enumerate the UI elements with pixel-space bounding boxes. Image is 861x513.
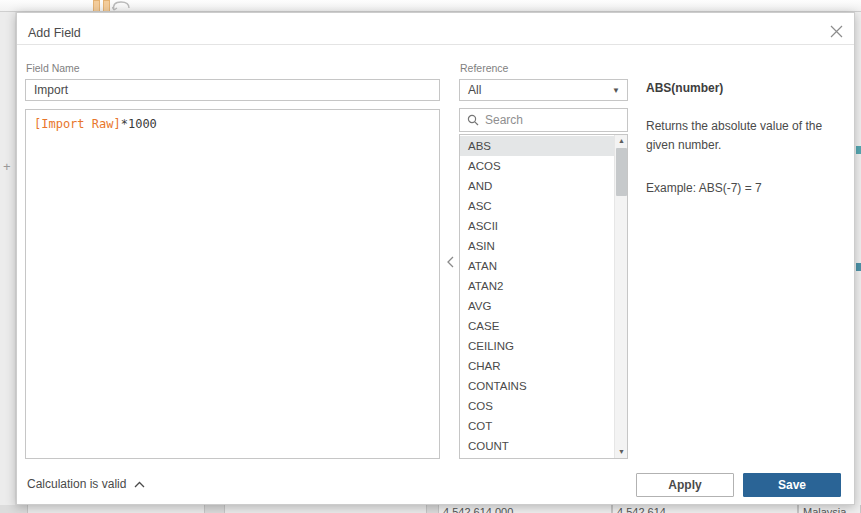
function-example: Example: ABS(-7) = 7: [646, 181, 848, 195]
background-right-strip: [855, 12, 861, 505]
function-search[interactable]: [459, 108, 628, 132]
chevron-up-icon: [134, 481, 145, 488]
chevron-down-icon: ▼: [612, 80, 620, 101]
scrollbar-thumb[interactable]: [616, 148, 627, 196]
field-type-icon: [856, 146, 861, 154]
function-items: ABSACOSANDASCASCIIASINATANATAN2AVGCASECE…: [460, 136, 614, 456]
plus-icon: +: [3, 159, 11, 174]
bar-icon: [93, 0, 100, 11]
grid-cell: Malaysia: [798, 505, 861, 513]
function-description: Returns the absolute value of the given …: [646, 117, 848, 155]
function-doc-pane: ABS(number) Returns the absolute value o…: [646, 81, 848, 195]
function-signature: ABS(number): [646, 81, 848, 95]
apply-button[interactable]: Apply: [636, 473, 734, 497]
bar-icon: [103, 0, 110, 11]
function-item-count[interactable]: COUNT: [460, 436, 614, 456]
title-divider: [17, 44, 854, 45]
background-data-grid: 4,542,614,000 4,542,614 Malaysia: [0, 505, 861, 513]
field-type-icon: [856, 263, 861, 271]
grid-cell: 4,542,614,000: [438, 505, 612, 513]
function-item-ascii[interactable]: ASCII: [460, 216, 614, 236]
formula-editor[interactable]: [Import Raw]*1000: [25, 109, 440, 459]
reference-dropdown[interactable]: All ▼: [459, 79, 628, 101]
calculation-status-text: Calculation is valid: [27, 477, 126, 491]
background-top-strip: [0, 0, 861, 12]
grid-cell: [27, 505, 205, 513]
function-item-and[interactable]: AND: [460, 176, 614, 196]
add-field-dialog: Add Field Field Name [Import Raw]*1000 R…: [16, 12, 855, 505]
undo-curve-icon: [112, 0, 134, 11]
function-item-case[interactable]: CASE: [460, 316, 614, 336]
reference-dropdown-value: All: [468, 83, 481, 97]
grid-cell: [224, 505, 427, 513]
function-list: ABSACOSANDASCASCIIASINATANATAN2AVGCASECE…: [459, 134, 628, 459]
function-list-scrollbar[interactable]: ▲ ▼: [614, 135, 627, 458]
scroll-up-icon[interactable]: ▲: [615, 135, 628, 147]
function-item-avg[interactable]: AVG: [460, 296, 614, 316]
function-item-asin[interactable]: ASIN: [460, 236, 614, 256]
formula-expression: *1000: [121, 117, 157, 131]
function-item-asc[interactable]: ASC: [460, 196, 614, 216]
function-item-abs[interactable]: ABS: [460, 136, 614, 156]
function-item-cos[interactable]: COS: [460, 396, 614, 416]
function-item-contains[interactable]: CONTAINS: [460, 376, 614, 396]
dialog-title: Add Field: [28, 26, 81, 40]
field-name-input[interactable]: [25, 79, 440, 101]
flow-step-icon: [93, 0, 133, 11]
search-icon: [467, 114, 479, 126]
calculation-status[interactable]: Calculation is valid: [27, 477, 145, 491]
background-left-strip: +: [0, 12, 16, 505]
search-input[interactable]: [485, 113, 627, 127]
scroll-down-icon[interactable]: ▼: [615, 446, 628, 458]
function-item-ceiling[interactable]: CEILING: [460, 336, 614, 356]
function-item-char[interactable]: CHAR: [460, 356, 614, 376]
grid-cell: 4,542,614: [612, 505, 798, 513]
function-item-acos[interactable]: ACOS: [460, 156, 614, 176]
close-icon[interactable]: [827, 22, 845, 40]
save-button[interactable]: Save: [743, 473, 841, 497]
function-item-atan2[interactable]: ATAN2: [460, 276, 614, 296]
function-item-cot[interactable]: COT: [460, 416, 614, 436]
field-name-label: Field Name: [26, 62, 80, 74]
function-item-atan[interactable]: ATAN: [460, 256, 614, 276]
formula-field-reference: [Import Raw]: [34, 117, 121, 131]
collapse-reference-chevron-icon[interactable]: [443, 253, 457, 271]
reference-label: Reference: [460, 62, 508, 74]
